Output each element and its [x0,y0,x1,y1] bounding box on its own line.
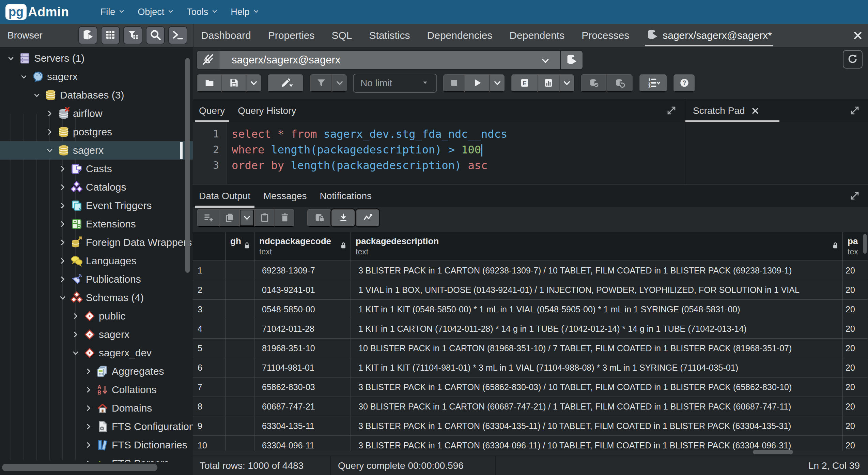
tab-data-output[interactable]: Data Output [199,184,250,208]
grid-cell[interactable] [226,261,254,280]
grid-cell[interactable]: 3 BLISTER PACK in 1 CARTON (65862-830-03… [351,377,843,397]
tree-item-foreign-data-wrappers[interactable]: Foreign Data Wrappers [0,233,193,252]
graph-button[interactable] [356,209,379,226]
column-header-rownum[interactable] [193,232,226,261]
explain-analyze-button[interactable] [537,74,559,92]
tree-item-casts[interactable]: Casts [0,160,193,178]
tab-notifications[interactable]: Notifications [320,184,372,208]
grid-cell[interactable]: 69238-1309-7 [254,261,351,280]
chevron-right-icon[interactable] [82,385,95,394]
grid-cell[interactable]: 63304-096-11 [254,436,351,451]
row-number[interactable]: 2 [193,280,226,300]
expand-icon[interactable] [849,190,861,203]
grid-cell[interactable]: 10 BLISTER PACK in 1 CARTON (81968-351-1… [351,339,843,358]
chevron-down-button[interactable] [559,74,574,92]
tree-item-languages[interactable]: Languages [0,252,193,270]
refresh-button[interactable] [843,50,863,69]
tab-messages[interactable]: Messages [263,184,307,208]
grid-cell[interactable]: 60687-747-21 [254,397,351,416]
tree-item-aggregates[interactable]: Aggregates [0,362,193,381]
column-header-packagedescription[interactable]: packagedescriptiontext [351,232,843,261]
chevron-right-icon[interactable] [57,256,69,265]
grid-cell[interactable]: 20 [843,261,868,280]
grid-cell[interactable]: 1 KIT in 1 CARTON (71042-011-28) * 14 g … [351,319,843,339]
grid-cell[interactable]: 20 [843,358,868,377]
grid-cell[interactable]: 20 [843,397,868,416]
tab-properties[interactable]: Properties [268,30,315,41]
connection-select[interactable]: sagerx/sagerx@sagerx [219,51,560,69]
tree-item-schemas-4-[interactable]: Schemas (4) [0,288,193,307]
commit-button[interactable] [581,74,607,92]
macro-list-button[interactable]: 123 [639,74,667,92]
tab-dashboard[interactable]: Dashboard [201,30,251,41]
save-button[interactable] [221,74,246,92]
grid-cell[interactable]: 20 [843,280,868,300]
tab-query-tool-active[interactable]: sagerx/sagerx@sagerx* [646,24,772,47]
tree-item-fts-dictionaries[interactable]: FTS Dictionaries [0,436,193,454]
scratch-pad-input[interactable] [685,122,868,184]
grid-cell[interactable]: 30 BLISTER PACK in 1 CARTON (60687-747-2… [351,397,843,416]
grid-cell[interactable]: 1 KIT in 1 KIT (0548-5850-00) * 1 mL in … [351,300,843,319]
tree-item-event-triggers[interactable]: Event Triggers [0,196,193,215]
grid-cell[interactable] [226,300,254,319]
tree-vertical-scrollbar[interactable] [185,58,190,273]
paste-button[interactable] [254,209,275,227]
tab-statistics[interactable]: Statistics [369,30,410,41]
chevron-right-icon[interactable] [57,201,69,210]
grid-cell[interactable]: 20 [843,319,868,339]
tree-item-domains[interactable]: Domains [0,399,193,417]
trash-button[interactable] [275,209,294,227]
chevron-right-icon[interactable] [57,183,69,192]
tab-sql[interactable]: SQL [332,30,352,41]
chevron-down-button[interactable] [239,209,254,227]
grid-cell[interactable]: 3 BLISTER PACK in 1 CARTON (63304-096-11… [351,436,843,451]
scratch-pad-close-icon[interactable] [751,107,759,115]
row-number[interactable]: 6 [193,358,226,377]
chevron-down-button[interactable] [332,74,347,92]
menu-help[interactable]: Help [231,7,260,17]
grid-cell[interactable]: 3 BLISTER PACK in 1 CARTON (69238-1309-7… [351,261,843,280]
grid-cell[interactable] [226,339,254,358]
expand-icon[interactable] [666,105,677,118]
psql-button[interactable] [168,26,187,44]
folder-button[interactable] [197,74,221,92]
grid-cell[interactable] [226,319,254,339]
row-number[interactable]: 4 [193,319,226,339]
funnel-button[interactable] [310,74,332,92]
chevron-right-icon[interactable] [44,128,56,136]
grid-cell[interactable]: 71104-981-01 [254,358,351,377]
row-number[interactable]: 5 [193,339,226,358]
row-limit-select[interactable]: No limit [353,74,437,93]
stop-button[interactable] [443,74,464,92]
tree-horizontal-scrollbar[interactable] [2,464,157,471]
chevron-right-icon[interactable] [82,422,95,431]
chevron-right-icon[interactable] [82,404,95,413]
menu-file[interactable]: File [100,7,126,17]
query-tool-button[interactable] [78,26,97,44]
chevron-down-button[interactable] [490,74,505,92]
play-button[interactable] [464,74,490,92]
grid-cell[interactable]: 20 [843,339,868,358]
chevron-right-icon[interactable] [69,312,82,321]
grid-cell[interactable]: 71042-011-28 [254,319,351,339]
tab-dependencies[interactable]: Dependencies [427,30,493,41]
chevron-right-icon[interactable] [44,109,56,118]
new-connection-button[interactable] [560,51,583,69]
chevron-right-icon[interactable] [57,238,69,247]
tree-item-postgres[interactable]: postgres [0,123,193,141]
row-number[interactable]: 3 [193,300,226,319]
connection-status-button[interactable] [197,51,219,69]
db-save-button[interactable] [307,209,331,227]
tree-item-fts-configurations[interactable]: FTS Configurations [0,417,193,436]
tree-item-public[interactable]: public [0,307,193,325]
row-number[interactable]: 9 [193,416,226,436]
row-number[interactable]: 1 [193,261,226,280]
chevron-right-icon[interactable] [57,164,69,173]
grid-cell[interactable]: 0548-5850-00 [254,300,351,319]
chevron-right-icon[interactable] [82,441,95,449]
grid-cell[interactable] [226,416,254,436]
grid-vertical-scrollbar[interactable] [863,234,867,254]
row-number[interactable]: 8 [193,397,226,416]
grid-cell[interactable]: 20 [843,377,868,397]
tree-item-collations[interactable]: ABCollations [0,381,193,399]
